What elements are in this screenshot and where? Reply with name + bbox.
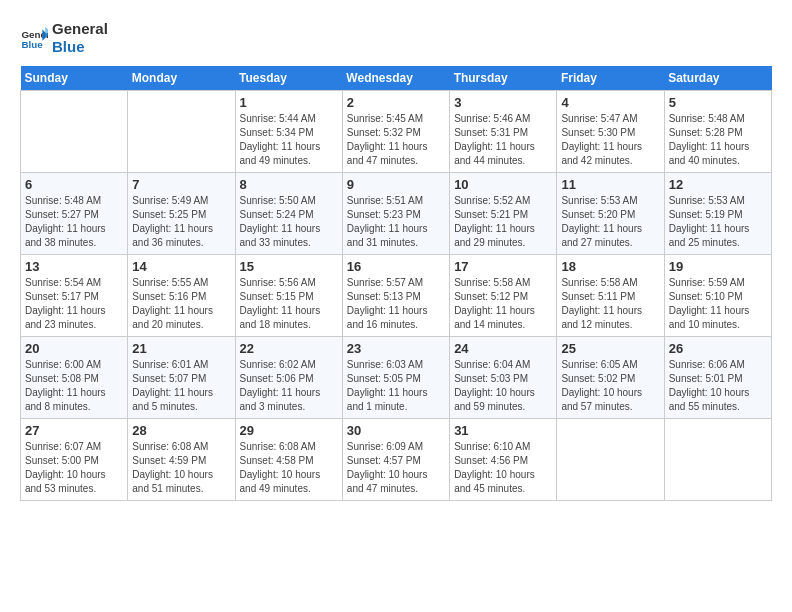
day-info: Sunrise: 6:05 AMSunset: 5:02 PMDaylight:… [561, 358, 659, 414]
day-number: 23 [347, 341, 445, 356]
day-number: 8 [240, 177, 338, 192]
day-number: 1 [240, 95, 338, 110]
day-number: 24 [454, 341, 552, 356]
page-header: General Blue General Blue [20, 20, 772, 56]
calendar-cell: 2Sunrise: 5:45 AMSunset: 5:32 PMDaylight… [342, 91, 449, 173]
day-number: 18 [561, 259, 659, 274]
day-info: Sunrise: 5:46 AMSunset: 5:31 PMDaylight:… [454, 112, 552, 168]
day-info: Sunrise: 5:57 AMSunset: 5:13 PMDaylight:… [347, 276, 445, 332]
day-info: Sunrise: 6:07 AMSunset: 5:00 PMDaylight:… [25, 440, 123, 496]
day-info: Sunrise: 5:56 AMSunset: 5:15 PMDaylight:… [240, 276, 338, 332]
calendar-cell: 8Sunrise: 5:50 AMSunset: 5:24 PMDaylight… [235, 173, 342, 255]
day-info: Sunrise: 5:53 AMSunset: 5:20 PMDaylight:… [561, 194, 659, 250]
calendar-cell [557, 419, 664, 501]
day-info: Sunrise: 5:44 AMSunset: 5:34 PMDaylight:… [240, 112, 338, 168]
day-number: 2 [347, 95, 445, 110]
day-info: Sunrise: 6:08 AMSunset: 4:59 PMDaylight:… [132, 440, 230, 496]
day-number: 4 [561, 95, 659, 110]
calendar-cell: 21Sunrise: 6:01 AMSunset: 5:07 PMDayligh… [128, 337, 235, 419]
calendar-cell: 16Sunrise: 5:57 AMSunset: 5:13 PMDayligh… [342, 255, 449, 337]
calendar-cell: 28Sunrise: 6:08 AMSunset: 4:59 PMDayligh… [128, 419, 235, 501]
day-info: Sunrise: 5:58 AMSunset: 5:12 PMDaylight:… [454, 276, 552, 332]
calendar-cell [21, 91, 128, 173]
day-info: Sunrise: 5:53 AMSunset: 5:19 PMDaylight:… [669, 194, 767, 250]
day-info: Sunrise: 5:58 AMSunset: 5:11 PMDaylight:… [561, 276, 659, 332]
day-info: Sunrise: 6:09 AMSunset: 4:57 PMDaylight:… [347, 440, 445, 496]
calendar-cell: 23Sunrise: 6:03 AMSunset: 5:05 PMDayligh… [342, 337, 449, 419]
day-number: 10 [454, 177, 552, 192]
weekday-header-saturday: Saturday [664, 66, 771, 91]
day-info: Sunrise: 6:00 AMSunset: 5:08 PMDaylight:… [25, 358, 123, 414]
day-info: Sunrise: 5:48 AMSunset: 5:28 PMDaylight:… [669, 112, 767, 168]
calendar-cell: 11Sunrise: 5:53 AMSunset: 5:20 PMDayligh… [557, 173, 664, 255]
calendar-cell: 7Sunrise: 5:49 AMSunset: 5:25 PMDaylight… [128, 173, 235, 255]
logo-blue: Blue [52, 38, 108, 56]
calendar-cell: 4Sunrise: 5:47 AMSunset: 5:30 PMDaylight… [557, 91, 664, 173]
day-number: 7 [132, 177, 230, 192]
calendar-cell: 3Sunrise: 5:46 AMSunset: 5:31 PMDaylight… [450, 91, 557, 173]
weekday-header-monday: Monday [128, 66, 235, 91]
day-info: Sunrise: 6:02 AMSunset: 5:06 PMDaylight:… [240, 358, 338, 414]
day-info: Sunrise: 6:08 AMSunset: 4:58 PMDaylight:… [240, 440, 338, 496]
day-number: 3 [454, 95, 552, 110]
calendar-cell: 29Sunrise: 6:08 AMSunset: 4:58 PMDayligh… [235, 419, 342, 501]
day-info: Sunrise: 6:04 AMSunset: 5:03 PMDaylight:… [454, 358, 552, 414]
calendar-cell: 1Sunrise: 5:44 AMSunset: 5:34 PMDaylight… [235, 91, 342, 173]
day-info: Sunrise: 5:54 AMSunset: 5:17 PMDaylight:… [25, 276, 123, 332]
day-number: 20 [25, 341, 123, 356]
day-info: Sunrise: 6:10 AMSunset: 4:56 PMDaylight:… [454, 440, 552, 496]
calendar-week-4: 20Sunrise: 6:00 AMSunset: 5:08 PMDayligh… [21, 337, 772, 419]
day-info: Sunrise: 5:59 AMSunset: 5:10 PMDaylight:… [669, 276, 767, 332]
calendar-cell: 9Sunrise: 5:51 AMSunset: 5:23 PMDaylight… [342, 173, 449, 255]
calendar-week-2: 6Sunrise: 5:48 AMSunset: 5:27 PMDaylight… [21, 173, 772, 255]
day-number: 14 [132, 259, 230, 274]
calendar-cell: 10Sunrise: 5:52 AMSunset: 5:21 PMDayligh… [450, 173, 557, 255]
calendar-week-1: 1Sunrise: 5:44 AMSunset: 5:34 PMDaylight… [21, 91, 772, 173]
day-info: Sunrise: 5:52 AMSunset: 5:21 PMDaylight:… [454, 194, 552, 250]
day-number: 5 [669, 95, 767, 110]
day-number: 17 [454, 259, 552, 274]
day-number: 16 [347, 259, 445, 274]
day-info: Sunrise: 6:03 AMSunset: 5:05 PMDaylight:… [347, 358, 445, 414]
calendar-cell: 13Sunrise: 5:54 AMSunset: 5:17 PMDayligh… [21, 255, 128, 337]
weekday-header-friday: Friday [557, 66, 664, 91]
calendar-cell [128, 91, 235, 173]
calendar-cell: 25Sunrise: 6:05 AMSunset: 5:02 PMDayligh… [557, 337, 664, 419]
day-info: Sunrise: 5:45 AMSunset: 5:32 PMDaylight:… [347, 112, 445, 168]
calendar-cell: 17Sunrise: 5:58 AMSunset: 5:12 PMDayligh… [450, 255, 557, 337]
day-number: 13 [25, 259, 123, 274]
day-info: Sunrise: 5:55 AMSunset: 5:16 PMDaylight:… [132, 276, 230, 332]
calendar-cell: 18Sunrise: 5:58 AMSunset: 5:11 PMDayligh… [557, 255, 664, 337]
day-number: 9 [347, 177, 445, 192]
day-number: 21 [132, 341, 230, 356]
day-number: 31 [454, 423, 552, 438]
day-info: Sunrise: 5:48 AMSunset: 5:27 PMDaylight:… [25, 194, 123, 250]
day-info: Sunrise: 5:50 AMSunset: 5:24 PMDaylight:… [240, 194, 338, 250]
weekday-header-tuesday: Tuesday [235, 66, 342, 91]
day-number: 28 [132, 423, 230, 438]
calendar-cell [664, 419, 771, 501]
day-number: 27 [25, 423, 123, 438]
day-number: 19 [669, 259, 767, 274]
day-info: Sunrise: 6:06 AMSunset: 5:01 PMDaylight:… [669, 358, 767, 414]
day-info: Sunrise: 5:51 AMSunset: 5:23 PMDaylight:… [347, 194, 445, 250]
svg-text:Blue: Blue [21, 39, 43, 50]
day-number: 6 [25, 177, 123, 192]
day-number: 11 [561, 177, 659, 192]
day-number: 25 [561, 341, 659, 356]
day-number: 12 [669, 177, 767, 192]
calendar-week-5: 27Sunrise: 6:07 AMSunset: 5:00 PMDayligh… [21, 419, 772, 501]
calendar-cell: 31Sunrise: 6:10 AMSunset: 4:56 PMDayligh… [450, 419, 557, 501]
day-number: 15 [240, 259, 338, 274]
day-number: 22 [240, 341, 338, 356]
day-number: 29 [240, 423, 338, 438]
calendar-cell: 14Sunrise: 5:55 AMSunset: 5:16 PMDayligh… [128, 255, 235, 337]
calendar-cell: 15Sunrise: 5:56 AMSunset: 5:15 PMDayligh… [235, 255, 342, 337]
calendar-cell: 19Sunrise: 5:59 AMSunset: 5:10 PMDayligh… [664, 255, 771, 337]
weekday-header-sunday: Sunday [21, 66, 128, 91]
calendar-cell: 22Sunrise: 6:02 AMSunset: 5:06 PMDayligh… [235, 337, 342, 419]
day-number: 30 [347, 423, 445, 438]
calendar-cell: 6Sunrise: 5:48 AMSunset: 5:27 PMDaylight… [21, 173, 128, 255]
logo-icon: General Blue [20, 24, 48, 52]
logo-general: General [52, 20, 108, 38]
